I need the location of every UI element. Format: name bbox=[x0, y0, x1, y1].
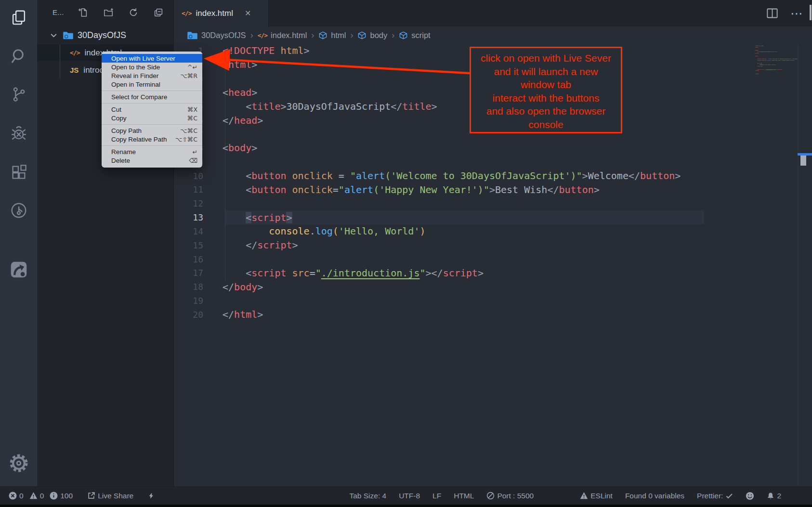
code-line: 20 </html> bbox=[173, 308, 798, 322]
html-file-icon: </> bbox=[70, 49, 79, 56]
status-label: UTF-8 bbox=[399, 492, 420, 500]
status-live-share[interactable]: Live Share bbox=[87, 492, 133, 500]
line-number: 15 bbox=[173, 240, 203, 250]
activity-debug[interactable] bbox=[0, 125, 37, 143]
collapse-all-button[interactable] bbox=[153, 7, 164, 18]
menu-item-reveal-in-finder[interactable]: Reveal in Finder ⌥⌘R bbox=[102, 71, 202, 80]
explorer-header: E... bbox=[37, 6, 173, 20]
line-number: 10 bbox=[173, 171, 203, 181]
status-label: Port : 5500 bbox=[497, 492, 534, 500]
activity-files[interactable] bbox=[0, 9, 37, 27]
status-port-5500[interactable]: Port : 5500 bbox=[486, 492, 534, 500]
menu-item-open-to-the-side[interactable]: Open to the Side ^↵ bbox=[102, 63, 202, 71]
activity-remote[interactable] bbox=[0, 201, 37, 220]
status-100[interactable]: 100 bbox=[50, 492, 73, 500]
menu-item-label: Open in Terminal bbox=[111, 81, 160, 88]
status-0[interactable]: 0 bbox=[29, 492, 44, 500]
status-label: Found 0 variables bbox=[625, 492, 684, 500]
line-number: 14 bbox=[173, 226, 203, 236]
code-line: 9 bbox=[173, 155, 798, 169]
status-utf-8[interactable]: UTF-8 bbox=[399, 492, 420, 500]
menu-item-copy[interactable]: Copy ⌘C bbox=[102, 114, 202, 122]
breadcrumb: 30DaysOfJS›</>index.html›html›body›scrip… bbox=[187, 26, 431, 44]
menu-item-shortcut: ⌘C bbox=[187, 115, 197, 122]
menu-item-copy-path[interactable]: Copy Path ⌥⌘C bbox=[102, 126, 202, 135]
status-label: Prettier: bbox=[697, 492, 723, 500]
code-line: 14 console.log('Hello, World') bbox=[173, 224, 798, 238]
chevron-down-icon[interactable] bbox=[50, 31, 58, 39]
annotation-line: and it will launch a new bbox=[471, 65, 621, 78]
status-eslint[interactable]: ESLint bbox=[580, 492, 613, 500]
folder-icon bbox=[187, 30, 198, 41]
status-2[interactable]: 2 bbox=[767, 492, 781, 500]
menu-item-label: Rename bbox=[111, 148, 136, 156]
overview-ruler-border bbox=[798, 44, 798, 485]
annotation-line: interact with the buttons bbox=[471, 91, 621, 105]
activity-settings-gear[interactable] bbox=[0, 454, 37, 473]
search-icon bbox=[10, 47, 28, 65]
vscode-window: E... 30DaysOfJS </> index.html JS introd… bbox=[0, 0, 812, 507]
status-smiley[interactable] bbox=[746, 492, 754, 500]
breadcrumb-separator: › bbox=[250, 30, 253, 40]
code-line: 17 <script src="./introduction.js"></scr… bbox=[173, 266, 798, 280]
extensions-icon bbox=[10, 164, 27, 181]
cube-icon bbox=[318, 31, 327, 40]
check-icon bbox=[725, 492, 733, 500]
menu-item-open-in-terminal[interactable]: Open in Terminal bbox=[102, 80, 202, 89]
more-actions-icon[interactable]: ⋯ bbox=[790, 11, 803, 16]
activity-search[interactable] bbox=[0, 47, 37, 65]
menu-item-shortcut: ^↵ bbox=[187, 64, 197, 71]
source-control-icon bbox=[10, 86, 27, 103]
minimap[interactable]: <!DOCTYPE html><html><head> <title>30Day… bbox=[755, 45, 798, 127]
tab-index-html[interactable]: </> index.html ✕ bbox=[173, 0, 269, 26]
breadcrumb-30daysofjs[interactable]: 30DaysOfJS bbox=[187, 30, 246, 41]
code-icon: </> bbox=[258, 32, 267, 39]
menu-item-rename[interactable]: Rename ↵ bbox=[102, 147, 202, 156]
menu-item-label: Reveal in Finder bbox=[111, 72, 158, 79]
breadcrumb-label: body bbox=[370, 31, 387, 40]
settings-gear-icon bbox=[9, 454, 28, 473]
status-prettier-[interactable]: Prettier: bbox=[697, 492, 733, 500]
menu-item-open-with-live-server[interactable]: Open with Live Server bbox=[102, 54, 202, 63]
status-lf[interactable]: LF bbox=[432, 492, 441, 500]
status-bolt[interactable] bbox=[148, 491, 155, 500]
breadcrumb-index-html[interactable]: </>index.html bbox=[258, 31, 307, 40]
status-0[interactable]: 0 bbox=[9, 492, 24, 500]
split-editor-icon[interactable] bbox=[766, 7, 779, 20]
breadcrumb-script[interactable]: script bbox=[399, 31, 430, 40]
new-file-button[interactable] bbox=[78, 7, 89, 18]
new-folder-button[interactable] bbox=[103, 7, 114, 18]
cube-icon bbox=[357, 31, 367, 40]
folder-icon bbox=[63, 30, 74, 41]
info-icon bbox=[50, 492, 58, 500]
breadcrumb-label: html bbox=[331, 31, 346, 40]
status-found-0-variables[interactable]: Found 0 variables bbox=[625, 492, 684, 500]
scrollbar-handle[interactable] bbox=[800, 156, 806, 166]
menu-item-copy-relative-path[interactable]: Copy Relative Path ⌥⇧⌘C bbox=[102, 135, 202, 143]
scrollbar-sliver[interactable] bbox=[810, 5, 812, 20]
annotation-line: console bbox=[471, 118, 621, 131]
status-tab-size-4[interactable]: Tab Size: 4 bbox=[349, 492, 386, 500]
menu-item-delete[interactable]: Delete ⌫ bbox=[102, 156, 202, 165]
debug-icon bbox=[10, 125, 28, 143]
line-number: 16 bbox=[173, 254, 203, 264]
close-icon[interactable]: ✕ bbox=[245, 9, 251, 18]
menu-item-label: Copy Path bbox=[111, 127, 142, 134]
warning-icon bbox=[29, 492, 38, 500]
menu-item-select-for-compare[interactable]: Select for Compare bbox=[102, 92, 202, 101]
smiley-icon bbox=[746, 492, 754, 500]
activity-source-control[interactable] bbox=[0, 86, 37, 103]
breadcrumb-html[interactable]: html bbox=[318, 31, 346, 40]
annotation-box: click on open with Live Severand it will… bbox=[470, 47, 622, 133]
menu-item-shortcut: ↵ bbox=[193, 148, 197, 156]
status-html[interactable]: HTML bbox=[454, 492, 474, 500]
refresh-button[interactable] bbox=[128, 7, 139, 18]
line-number: 12 bbox=[173, 198, 203, 208]
activity-extensions[interactable] bbox=[0, 164, 37, 181]
menu-item-label: Copy Relative Path bbox=[111, 136, 167, 143]
breadcrumb-body[interactable]: body bbox=[357, 31, 387, 40]
menu-item-cut[interactable]: Cut ⌘X bbox=[102, 105, 202, 114]
menu-item-shortcut: ⌥⌘R bbox=[180, 72, 197, 79]
folder-row-30daysofjs[interactable]: 30DaysOfJS bbox=[37, 27, 173, 43]
activity-live-share-session[interactable] bbox=[0, 260, 37, 279]
